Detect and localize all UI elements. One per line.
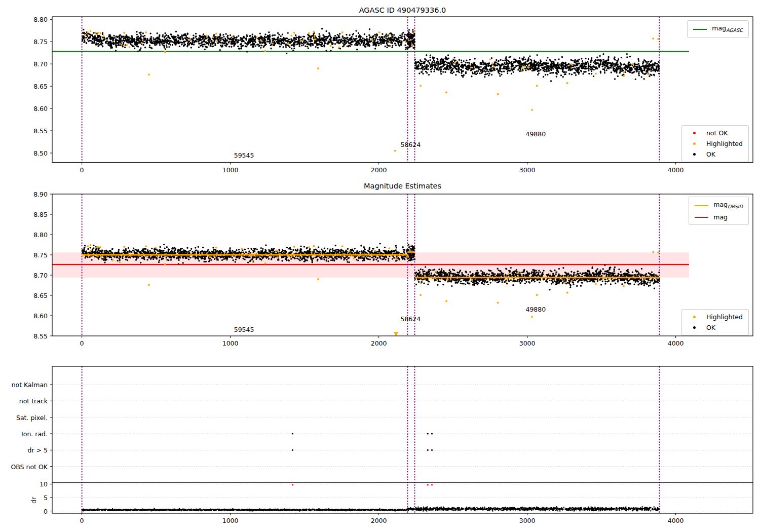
plot3-frame <box>52 366 753 513</box>
y-tick-label: 8.80 <box>33 16 48 23</box>
x-tick-label: 2000 <box>371 517 387 524</box>
legend-entry: Highlighted <box>688 313 743 321</box>
line-swatch-icon <box>695 217 708 218</box>
legend-entry: OK <box>688 150 743 158</box>
line-swatch-icon <box>693 29 707 30</box>
dr-tick-label: 5 <box>44 494 48 502</box>
y-tick-label: 8.50 <box>33 149 48 157</box>
marker-legend: HighlightedOK <box>681 309 749 335</box>
legend-label: magOBSID <box>713 201 743 210</box>
dr-tick-label: 0 <box>44 507 48 515</box>
x-tick-label: 4000 <box>668 339 684 347</box>
x-tick-label: 0 <box>80 166 84 174</box>
legend-line-sample <box>693 29 707 30</box>
legend-entry: magAGASC <box>693 24 743 34</box>
x-tick-label: 2000 <box>371 339 387 347</box>
flag-label: OBS not OK <box>11 463 48 470</box>
line-legend: magAGASC <box>687 20 749 38</box>
legend-label-subscript: AGASC <box>726 27 743 33</box>
legend-marker-sample <box>688 326 701 329</box>
y-tick-label: 8.55 <box>33 332 48 340</box>
obsid-annotation: 49880 <box>525 306 546 313</box>
line-swatch-icon <box>695 205 708 206</box>
legend-entry: mag <box>695 213 743 221</box>
line-legend: magOBSIDmag <box>689 197 749 225</box>
flag-label: dr > 5 <box>28 446 48 454</box>
x-tick-label: 0 <box>80 339 84 347</box>
y-tick-label: 8.65 <box>33 83 48 90</box>
x-tick-label: 1000 <box>222 166 239 174</box>
legend-label: OK <box>706 150 715 158</box>
x-tick-label: 4000 <box>668 517 684 524</box>
y-tick-label: 8.60 <box>33 105 48 112</box>
plots-canvas <box>0 0 760 532</box>
y-tick-label: 8.60 <box>33 312 48 320</box>
legend-label: Highlighted <box>706 313 743 321</box>
dr-tick-label: 10 <box>40 480 48 488</box>
legend-label: mag <box>713 213 728 221</box>
clipped-point-triangle-icon <box>394 332 398 336</box>
legend-label: not OK <box>706 129 728 137</box>
flag-label: Sat. pixel. <box>16 413 48 421</box>
legend-entry: OK <box>688 324 743 331</box>
dot-swatch-icon <box>693 142 696 145</box>
figure: AGASC ID 490479336.0 Magnitude Estimates… <box>0 0 760 532</box>
highlighted-scatter-points <box>85 31 658 151</box>
y-tick-label: 8.55 <box>33 127 48 135</box>
x-tick-label: 0 <box>80 517 84 524</box>
legend-marker-sample <box>688 132 701 134</box>
flag-label: not Kalman <box>12 381 48 389</box>
dot-swatch-icon <box>693 326 696 329</box>
y-tick-label: 8.85 <box>33 211 48 218</box>
legend-label-subscript: OBSID <box>728 204 743 209</box>
x-tick-label: 4000 <box>668 166 684 174</box>
dot-swatch-icon <box>693 316 696 318</box>
obsid-annotation: 49880 <box>525 130 546 138</box>
flag-event-points <box>292 434 432 450</box>
dr-axis-label: dr <box>30 497 37 504</box>
legend-label: OK <box>706 324 715 331</box>
legend-label: magAGASC <box>712 24 743 34</box>
y-tick-label: 8.70 <box>33 60 48 68</box>
x-tick-label: 3000 <box>519 517 536 524</box>
flag-label: not track <box>19 397 48 405</box>
legend-entry: Highlighted <box>688 140 743 147</box>
ok-scatter-points <box>83 29 659 81</box>
dot-swatch-icon <box>693 132 696 134</box>
x-tick-label: 1000 <box>222 339 239 347</box>
y-tick-label: 8.70 <box>33 272 48 279</box>
legend-line-sample <box>695 217 708 218</box>
y-tick-label: 8.75 <box>33 251 48 259</box>
legend-line-sample <box>695 205 708 206</box>
y-tick-label: 8.90 <box>33 191 48 198</box>
y-tick-label: 8.75 <box>33 38 48 46</box>
y-tick-label: 8.80 <box>33 231 48 239</box>
x-tick-label: 3000 <box>519 166 536 174</box>
dr-trace-points <box>82 507 660 511</box>
obsid-annotation: 58624 <box>400 315 421 322</box>
x-tick-label: 3000 <box>519 339 536 347</box>
obsid-annotation: 59545 <box>234 326 254 333</box>
x-tick-label: 2000 <box>371 166 387 174</box>
x-tick-label: 1000 <box>222 517 239 524</box>
y-tick-label: 8.65 <box>33 292 48 299</box>
legend-marker-sample <box>688 316 701 318</box>
legend-entry: not OK <box>688 129 743 137</box>
legend-entry: magOBSID <box>695 201 743 210</box>
dot-swatch-icon <box>693 153 696 156</box>
obsid-annotation: 58624 <box>400 141 421 148</box>
legend-label: Highlighted <box>706 140 743 147</box>
legend-marker-sample <box>688 142 701 145</box>
flag-label: Ion. rad. <box>21 430 48 437</box>
obsid-annotation: 59545 <box>234 151 254 159</box>
marker-legend: not OKHighlightedOK <box>681 125 749 162</box>
legend-marker-sample <box>688 153 701 156</box>
